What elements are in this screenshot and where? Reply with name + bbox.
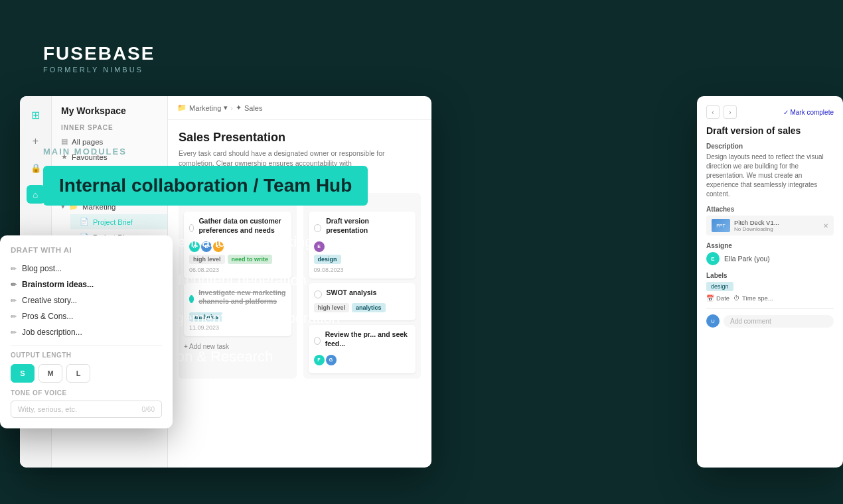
description-label: Description (706, 143, 834, 150)
highlight-box: Internal collaboration / Team Hub (43, 166, 368, 206)
attach-close-icon[interactable]: ✕ (823, 222, 828, 229)
ai-item-creative[interactable]: ✏ Creative story... (11, 292, 162, 308)
detail-back-btn[interactable]: ‹ (706, 105, 720, 119)
sidebar-logo-icon[interactable]: ⊞ (27, 105, 45, 124)
detail-date-item: 📅 Date (706, 294, 729, 302)
brand-subtitle: FORMERLY NIMBUS (43, 66, 415, 74)
detail-date-row: 📅 Date ⏱ Time spe... (706, 294, 834, 302)
modules-label: MAIN MODULES (43, 147, 415, 157)
ai-popup-title: DRAFT WITH AI (11, 246, 162, 254)
ai-item-pros[interactable]: ✏ Pros & Cons... (11, 308, 162, 324)
tone-placeholder[interactable]: Witty, serious, etc. (18, 405, 77, 413)
detail-forward-btn[interactable]: › (724, 105, 737, 119)
assigne-avatar: E (706, 252, 720, 265)
ai-item-label-5: Job description... (22, 328, 82, 337)
ai-divider (11, 346, 162, 346)
detail-topbar: ‹ › ✓ Mark complete (706, 105, 834, 119)
output-length-label: OUTPUT LENGTH (11, 351, 162, 359)
attach-thumbnail: PPT (712, 219, 730, 232)
pencil-icon-3: ✏ (11, 296, 17, 305)
assigne-name: Ella Park (you) (724, 255, 770, 263)
ai-item-label-1: Blog post... (22, 264, 62, 273)
size-btn-l[interactable]: L (66, 364, 90, 383)
clock-icon: ⏱ (733, 294, 740, 302)
assigne-row: E Ella Park (you) (706, 252, 834, 265)
attach-file: PPT Pitch Deck V1... No Downloading ✕ (706, 216, 834, 235)
sidebar-lock-icon[interactable]: 🔒 (27, 158, 45, 177)
detail-panel: ‹ › ✓ Mark complete Draft version of sal… (697, 96, 843, 468)
mark-complete-btn[interactable]: ✓ Mark complete (783, 109, 834, 116)
ai-popup: DRAFT WITH AI ✏ Blog post... ✏ Brainstor… (0, 235, 173, 428)
calendar-icon: 📅 (706, 294, 714, 302)
comment-area: U Add comment (706, 308, 834, 328)
attaches-label: Attaches (706, 206, 834, 213)
detail-time-item: ⏱ Time spe... (733, 294, 773, 302)
logo-area: FUSEBASE FORMERLY NIMBUS (43, 43, 415, 74)
comment-input[interactable]: Add comment (724, 315, 834, 328)
ai-item-label-3: Creative story... (22, 296, 77, 305)
pencil-icon-5: ✏ (11, 328, 17, 337)
detail-title: Draft version of sales (706, 125, 834, 136)
date-label: Date (716, 294, 729, 302)
pencil-icon-4: ✏ (11, 312, 17, 321)
detail-description: Design layouts need to reflect the visua… (706, 153, 834, 199)
attach-status: No Downloading (734, 226, 819, 232)
size-btn-s[interactable]: S (11, 364, 35, 383)
ai-item-label-2: Brainstorm ideas... (22, 280, 94, 289)
pencil-icon-2: ✏ (11, 281, 17, 289)
highlight-text: Internal collaboration / Team Hub (59, 175, 352, 196)
tone-label: TONE OF VOICE (11, 389, 162, 397)
brand-name: FUSEBASE (43, 43, 415, 64)
labels-label: Labels (706, 272, 834, 279)
assigne-label: Assigne (706, 242, 834, 249)
ai-item-blog[interactable]: ✏ Blog post... (11, 261, 162, 277)
pencil-icon-1: ✏ (11, 265, 17, 273)
attach-name: Pitch Deck V1... (734, 219, 819, 226)
time-label: Time spe... (742, 294, 773, 302)
sidebar-home-icon[interactable]: ⌂ (27, 185, 45, 204)
size-buttons: S M L (11, 364, 162, 383)
sidebar-add-icon[interactable]: + (27, 132, 45, 151)
tone-count: 0/60 (142, 406, 155, 413)
ai-item-label-4: Pros & Cons... (22, 312, 73, 321)
tone-input-row: Witty, serious, etc. 0/60 (11, 401, 162, 418)
size-btn-m[interactable]: M (38, 364, 62, 383)
ai-item-brainstorm[interactable]: ✏ Brainstorm ideas... (11, 277, 162, 292)
label-design-badge: design (706, 282, 733, 291)
comment-avatar: U (706, 314, 720, 328)
ai-item-job[interactable]: ✏ Job description... (11, 324, 162, 340)
